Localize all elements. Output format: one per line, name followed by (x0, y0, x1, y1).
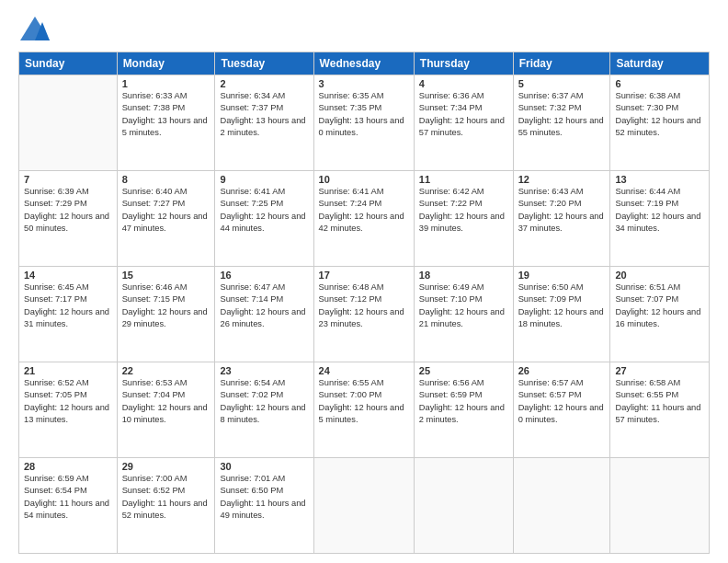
day-detail: Sunrise: 6:49 AMSunset: 7:10 PMDaylight:… (419, 282, 508, 331)
calendar-cell: 15Sunrise: 6:46 AMSunset: 7:15 PMDayligh… (117, 267, 215, 362)
calendar-cell: 25Sunrise: 6:56 AMSunset: 6:59 PMDayligh… (414, 362, 513, 458)
day-of-week-header: Tuesday (215, 52, 313, 75)
day-number: 26 (518, 365, 606, 376)
logo-icon (18, 15, 51, 44)
calendar-cell: 13Sunrise: 6:44 AMSunset: 7:19 PMDayligh… (610, 171, 710, 267)
day-number: 17 (319, 270, 409, 281)
day-number: 1 (122, 78, 210, 89)
day-number: 7 (24, 174, 112, 185)
day-detail: Sunrise: 6:55 AMSunset: 7:00 PMDaylight:… (319, 377, 409, 427)
day-detail: Sunrise: 6:45 AMSunset: 7:17 PMDaylight:… (24, 282, 112, 331)
day-number: 30 (220, 461, 308, 472)
day-detail: Sunrise: 6:34 AMSunset: 7:37 PMDaylight:… (220, 90, 308, 140)
day-detail: Sunrise: 6:58 AMSunset: 6:55 PMDaylight:… (615, 377, 704, 427)
calendar-cell: 16Sunrise: 6:47 AMSunset: 7:14 PMDayligh… (215, 267, 313, 362)
calendar-cell: 7Sunrise: 6:39 AMSunset: 7:29 PMDaylight… (19, 171, 118, 267)
calendar-cell (610, 458, 710, 554)
day-of-week-header: Sunday (19, 52, 118, 75)
calendar-cell: 1Sunrise: 6:33 AMSunset: 7:38 PMDaylight… (117, 75, 215, 171)
calendar-week-row: 7Sunrise: 6:39 AMSunset: 7:29 PMDaylight… (19, 171, 710, 267)
day-number: 20 (615, 270, 704, 281)
day-of-week-header: Saturday (610, 52, 710, 75)
calendar-cell: 24Sunrise: 6:55 AMSunset: 7:00 PMDayligh… (313, 362, 414, 458)
calendar-cell: 23Sunrise: 6:54 AMSunset: 7:02 PMDayligh… (215, 362, 313, 458)
calendar-cell (19, 75, 118, 171)
header (18, 15, 710, 44)
day-number: 21 (24, 365, 112, 376)
day-detail: Sunrise: 6:46 AMSunset: 7:15 PMDaylight:… (122, 282, 210, 331)
day-detail: Sunrise: 6:33 AMSunset: 7:38 PMDaylight:… (122, 90, 210, 140)
day-detail: Sunrise: 6:51 AMSunset: 7:07 PMDaylight:… (615, 282, 704, 331)
calendar-week-row: 21Sunrise: 6:52 AMSunset: 7:05 PMDayligh… (19, 362, 710, 458)
calendar-cell: 2Sunrise: 6:34 AMSunset: 7:37 PMDaylight… (215, 75, 313, 171)
day-detail: Sunrise: 6:39 AMSunset: 7:29 PMDaylight:… (24, 186, 112, 236)
day-detail: Sunrise: 7:00 AMSunset: 6:52 PMDaylight:… (122, 473, 210, 523)
day-of-week-header: Friday (513, 52, 610, 75)
day-detail: Sunrise: 7:01 AMSunset: 6:50 PMDaylight:… (220, 473, 308, 523)
calendar-week-row: 14Sunrise: 6:45 AMSunset: 7:17 PMDayligh… (19, 267, 710, 362)
day-detail: Sunrise: 6:44 AMSunset: 7:19 PMDaylight:… (615, 186, 704, 236)
calendar-cell: 29Sunrise: 7:00 AMSunset: 6:52 PMDayligh… (117, 458, 215, 554)
page: SundayMondayTuesdayWednesdayThursdayFrid… (0, 0, 728, 563)
day-number: 16 (220, 270, 308, 281)
day-detail: Sunrise: 6:52 AMSunset: 7:05 PMDaylight:… (24, 377, 112, 427)
day-number: 2 (220, 78, 308, 89)
calendar-cell: 26Sunrise: 6:57 AMSunset: 6:57 PMDayligh… (513, 362, 610, 458)
calendar-header-row: SundayMondayTuesdayWednesdayThursdayFrid… (19, 52, 710, 75)
day-number: 27 (615, 365, 704, 376)
day-detail: Sunrise: 6:42 AMSunset: 7:22 PMDaylight:… (419, 186, 508, 236)
calendar-cell: 3Sunrise: 6:35 AMSunset: 7:35 PMDaylight… (313, 75, 414, 171)
calendar-cell: 20Sunrise: 6:51 AMSunset: 7:07 PMDayligh… (610, 267, 710, 362)
day-detail: Sunrise: 6:38 AMSunset: 7:30 PMDaylight:… (615, 90, 704, 140)
day-number: 18 (419, 270, 508, 281)
calendar-cell: 6Sunrise: 6:38 AMSunset: 7:30 PMDaylight… (610, 75, 710, 171)
day-detail: Sunrise: 6:54 AMSunset: 7:02 PMDaylight:… (220, 377, 308, 427)
logo (18, 15, 55, 44)
calendar-cell: 22Sunrise: 6:53 AMSunset: 7:04 PMDayligh… (117, 362, 215, 458)
day-number: 3 (319, 78, 409, 89)
calendar-cell: 12Sunrise: 6:43 AMSunset: 7:20 PMDayligh… (513, 171, 610, 267)
day-number: 29 (122, 461, 210, 472)
calendar-cell: 28Sunrise: 6:59 AMSunset: 6:54 PMDayligh… (19, 458, 118, 554)
day-detail: Sunrise: 6:53 AMSunset: 7:04 PMDaylight:… (122, 377, 210, 427)
day-number: 10 (319, 174, 409, 185)
calendar-cell: 17Sunrise: 6:48 AMSunset: 7:12 PMDayligh… (313, 267, 414, 362)
day-detail: Sunrise: 6:36 AMSunset: 7:34 PMDaylight:… (419, 90, 508, 140)
calendar-cell (414, 458, 513, 554)
day-detail: Sunrise: 6:43 AMSunset: 7:20 PMDaylight:… (518, 186, 606, 236)
calendar-cell: 8Sunrise: 6:40 AMSunset: 7:27 PMDaylight… (117, 171, 215, 267)
day-number: 4 (419, 78, 508, 89)
day-number: 12 (518, 174, 606, 185)
day-detail: Sunrise: 6:37 AMSunset: 7:32 PMDaylight:… (518, 90, 606, 140)
day-number: 13 (615, 174, 704, 185)
day-number: 9 (220, 174, 308, 185)
day-of-week-header: Thursday (414, 52, 513, 75)
calendar-cell: 19Sunrise: 6:50 AMSunset: 7:09 PMDayligh… (513, 267, 610, 362)
day-number: 5 (518, 78, 606, 89)
calendar-cell: 14Sunrise: 6:45 AMSunset: 7:17 PMDayligh… (19, 267, 118, 362)
day-number: 25 (419, 365, 508, 376)
day-number: 11 (419, 174, 508, 185)
day-number: 15 (122, 270, 210, 281)
day-detail: Sunrise: 6:41 AMSunset: 7:25 PMDaylight:… (220, 186, 308, 236)
calendar-cell: 11Sunrise: 6:42 AMSunset: 7:22 PMDayligh… (414, 171, 513, 267)
calendar-week-row: 28Sunrise: 6:59 AMSunset: 6:54 PMDayligh… (19, 458, 710, 554)
day-number: 19 (518, 270, 606, 281)
day-detail: Sunrise: 6:41 AMSunset: 7:24 PMDaylight:… (319, 186, 409, 236)
calendar-cell: 21Sunrise: 6:52 AMSunset: 7:05 PMDayligh… (19, 362, 118, 458)
day-number: 14 (24, 270, 112, 281)
day-detail: Sunrise: 6:59 AMSunset: 6:54 PMDaylight:… (24, 473, 112, 523)
calendar-cell: 27Sunrise: 6:58 AMSunset: 6:55 PMDayligh… (610, 362, 710, 458)
calendar-cell: 18Sunrise: 6:49 AMSunset: 7:10 PMDayligh… (414, 267, 513, 362)
day-of-week-header: Monday (117, 52, 215, 75)
day-number: 6 (615, 78, 704, 89)
day-number: 28 (24, 461, 112, 472)
day-number: 22 (122, 365, 210, 376)
calendar-cell: 5Sunrise: 6:37 AMSunset: 7:32 PMDaylight… (513, 75, 610, 171)
day-detail: Sunrise: 6:48 AMSunset: 7:12 PMDaylight:… (319, 282, 409, 331)
day-number: 8 (122, 174, 210, 185)
calendar-cell: 4Sunrise: 6:36 AMSunset: 7:34 PMDaylight… (414, 75, 513, 171)
calendar: SundayMondayTuesdayWednesdayThursdayFrid… (18, 52, 710, 554)
day-detail: Sunrise: 6:57 AMSunset: 6:57 PMDaylight:… (518, 377, 606, 427)
calendar-cell: 9Sunrise: 6:41 AMSunset: 7:25 PMDaylight… (215, 171, 313, 267)
